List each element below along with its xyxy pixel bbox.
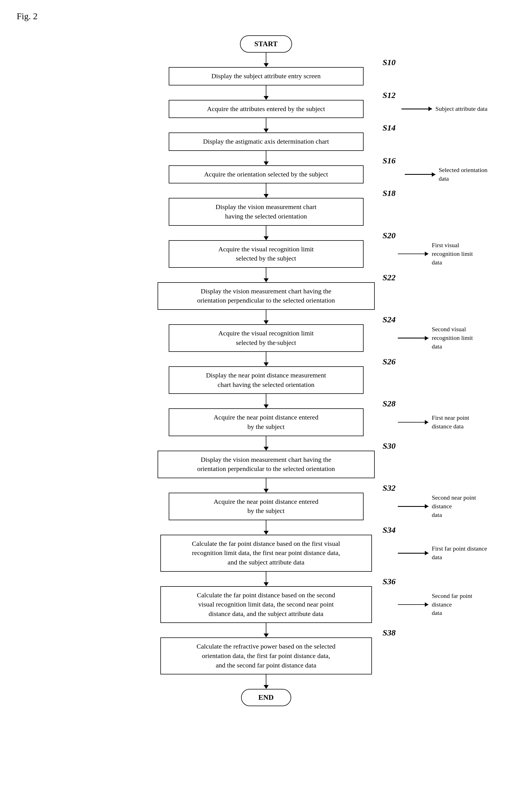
rect-s32: Acquire the near point distance entered … bbox=[169, 493, 363, 520]
node-s36: Calculate the far point distance based o… bbox=[17, 586, 515, 623]
node-s10: Display the subject attribute entry scre… bbox=[17, 67, 515, 85]
step-s18: S18 bbox=[382, 189, 396, 198]
step-s24: S24 bbox=[382, 315, 396, 324]
arrow-s36: S36 bbox=[17, 572, 515, 586]
rect-s18: Display the vision measurement chart hav… bbox=[169, 198, 363, 225]
rect-s36: Calculate the far point distance based o… bbox=[160, 586, 372, 623]
node-s26: Display the near point distance measurem… bbox=[17, 366, 515, 394]
annot-text-s32: Second near point distance data bbox=[432, 493, 488, 519]
arrow-s22: S22 bbox=[17, 268, 515, 282]
end-node: END bbox=[17, 689, 515, 706]
rect-s14: Display the astigmatic axis determinatio… bbox=[169, 133, 363, 151]
rect-s22: Display the vision measurement chart hav… bbox=[158, 282, 375, 310]
arrow-s30: S30 bbox=[17, 436, 515, 451]
step-s20: S20 bbox=[382, 231, 396, 240]
step-s10: S10 bbox=[382, 58, 396, 67]
step-s16: S16 bbox=[382, 156, 396, 165]
node-s22: Display the vision measurement chart hav… bbox=[17, 282, 515, 310]
rect-s12: Acquire the attributes entered by the su… bbox=[169, 100, 363, 118]
arrow-s20: S20 bbox=[17, 226, 515, 240]
rect-s38: Calculate the refractive power based on … bbox=[160, 637, 372, 674]
node-s18: Display the vision measurement chart hav… bbox=[17, 198, 515, 225]
rect-s30: Display the vision measurement chart hav… bbox=[158, 451, 375, 478]
arrow-s34: S34 bbox=[17, 520, 515, 535]
annot-text-s34: First far point distance data bbox=[432, 545, 488, 562]
arrow-s32: S32 bbox=[17, 478, 515, 493]
annot-s28: First near point distance data bbox=[398, 414, 488, 431]
annot-s34: First far point distance data bbox=[398, 545, 488, 562]
annot-s24: Second visual recognition limit data bbox=[398, 325, 488, 351]
rect-s28: Acquire the near point distance entered … bbox=[169, 408, 363, 436]
arrow-s28: S28 bbox=[17, 394, 515, 408]
annot-s32: Second near point distance data bbox=[398, 493, 488, 519]
node-s12: Acquire the attributes entered by the su… bbox=[17, 100, 515, 118]
annot-s36: Second far point distance data bbox=[398, 592, 488, 617]
step-s26: S26 bbox=[382, 357, 396, 366]
node-s24: Acquire the visual recognition limit sel… bbox=[17, 324, 515, 352]
annot-s20: First visual recognition limit data bbox=[398, 241, 488, 267]
node-s34: Calculate the far point distance based o… bbox=[17, 535, 515, 572]
step-s12: S12 bbox=[382, 91, 396, 100]
step-s30: S30 bbox=[382, 441, 396, 451]
node-s14: Display the astigmatic axis determinatio… bbox=[17, 133, 515, 151]
rect-s20: Acquire the visual recognition limit sel… bbox=[169, 240, 363, 268]
start-oval: START bbox=[240, 35, 292, 53]
rect-s10: Display the subject attribute entry scre… bbox=[169, 67, 363, 85]
annot-text-s36: Second far point distance data bbox=[432, 592, 488, 617]
node-s20: Acquire the visual recognition limit sel… bbox=[17, 240, 515, 268]
arrow-s18: S18 bbox=[17, 183, 515, 198]
step-s36: S36 bbox=[382, 577, 396, 586]
arrow-s26: S26 bbox=[17, 352, 515, 366]
step-s28: S28 bbox=[382, 399, 396, 408]
step-s32: S32 bbox=[382, 483, 396, 493]
node-s30: Display the vision measurement chart hav… bbox=[17, 451, 515, 478]
rect-s34: Calculate the far point distance based o… bbox=[160, 535, 372, 572]
node-s32: Acquire the near point distance entered … bbox=[17, 493, 515, 520]
arrow-s24: S24 bbox=[17, 310, 515, 324]
node-s38: Calculate the refractive power based on … bbox=[17, 637, 515, 674]
rect-s24: Acquire the visual recognition limit sel… bbox=[169, 324, 363, 352]
annot-text-s20: First visual recognition limit data bbox=[432, 241, 488, 267]
step-s14: S14 bbox=[382, 123, 396, 133]
arrow-s12: S12 bbox=[17, 85, 515, 100]
annot-text-s28: First near point distance data bbox=[432, 414, 488, 431]
arrow-end bbox=[17, 674, 515, 689]
flowchart: START S10 Display the subject attribute … bbox=[17, 30, 515, 706]
arrow-s16: S16 bbox=[17, 151, 515, 165]
start-node: START bbox=[17, 35, 515, 53]
fig-label: Fig. 2 bbox=[17, 11, 515, 21]
arrow-s14: S14 bbox=[17, 118, 515, 133]
annot-text-s12: Subject attribute data bbox=[435, 105, 488, 113]
annot-text-s24: Second visual recognition limit data bbox=[432, 325, 488, 351]
end-oval: END bbox=[241, 689, 291, 706]
node-s28: Acquire the near point distance entered … bbox=[17, 408, 515, 436]
step-s38: S38 bbox=[382, 628, 396, 637]
rect-s16: Acquire the orientation selected by the … bbox=[169, 165, 363, 184]
rect-s26: Display the near point distance measurem… bbox=[169, 366, 363, 394]
arrow-s10: S10 bbox=[17, 53, 515, 67]
arrow-s38: S38 bbox=[17, 623, 515, 637]
annot-s16: Selected orientation data bbox=[405, 166, 488, 183]
step-s22: S22 bbox=[382, 273, 396, 282]
step-s34: S34 bbox=[382, 525, 396, 535]
annot-text-s16: Selected orientation data bbox=[439, 166, 488, 183]
node-s16: Acquire the orientation selected by the … bbox=[17, 165, 515, 184]
annot-s12: Subject attribute data bbox=[401, 105, 488, 113]
